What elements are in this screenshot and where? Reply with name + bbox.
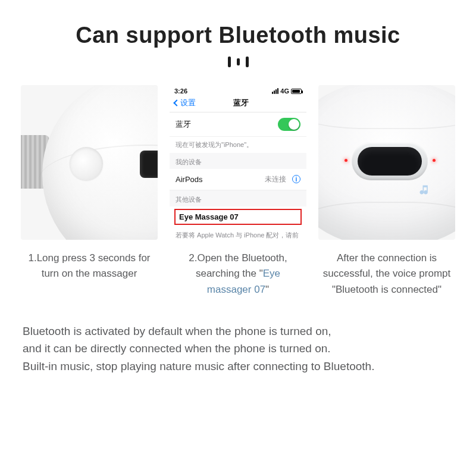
footer-line: Built-in music, stop playing nature musi… [23, 360, 374, 372]
step-1: 1.Long press 3 seconds for turn on the m… [21, 85, 158, 298]
device-side-image [21, 85, 158, 240]
status-bar: 3:26 4G [170, 85, 306, 96]
step-2: 3:26 4G 设置 蓝牙 蓝牙 [170, 85, 306, 298]
carrier-label: 4G [280, 87, 289, 95]
device-front-image [318, 85, 455, 240]
decorative-dots [19, 57, 457, 70]
toggle-on-icon [278, 118, 300, 131]
caption-line: successful, the voice prompt [323, 268, 450, 279]
footer-line: and it can be directly connected when th… [23, 342, 331, 355]
lens-window [140, 151, 158, 178]
caption-line: "Bluetooth is connected" [332, 284, 441, 295]
step-2-caption: 2.Open the Bluetooth, searching the "Eye… [170, 250, 306, 298]
status-text: 未连接 [265, 175, 286, 183]
device-status: 未连接 i [265, 174, 300, 184]
other-devices-header: 其他设备 [170, 190, 306, 206]
led-indicator [345, 159, 347, 162]
my-devices-header: 我的设备 [170, 153, 306, 169]
note-text: 若要将 Apple Watch 与 iPhone 配对，请前往 [176, 231, 299, 240]
step-3: After the connection is successful, the … [318, 85, 455, 298]
caption-line: " [265, 284, 269, 295]
footer-line: Bluetooth is activated by default when t… [23, 325, 331, 337]
caption-line: turn on the massager [42, 268, 137, 279]
caption-line: 1.Long press 3 seconds for [28, 252, 150, 264]
power-button [70, 147, 103, 180]
phone-screenshot: 3:26 4G 设置 蓝牙 蓝牙 [170, 85, 306, 240]
battery-icon [291, 89, 302, 94]
seam-line [318, 202, 455, 240]
step-3-caption: After the connection is successful, the … [318, 250, 455, 298]
signal-icon [272, 88, 278, 94]
status-right: 4G [272, 87, 302, 95]
info-icon: i [292, 175, 300, 183]
footer-text: Bluetooth is activated by default when t… [19, 322, 457, 375]
seam-line [318, 93, 455, 129]
step-1-caption: 1.Long press 3 seconds for turn on the m… [21, 250, 158, 282]
product-info-page: Can support Bluetooth music 1.Long press… [0, 0, 476, 375]
apple-watch-note: 若要将 Apple Watch 与 iPhone 配对，请前往 Apple Wa… [170, 227, 306, 240]
step-row: 1.Long press 3 seconds for turn on the m… [19, 85, 457, 298]
airpods-row: AirPods 未连接 i [170, 169, 306, 190]
bluetooth-label: 蓝牙 [176, 119, 191, 130]
display-screen [358, 147, 422, 176]
device-name: AirPods [176, 175, 203, 184]
discoverable-note: 现在可被发现为"iPhone"。 [170, 137, 306, 153]
caption-highlight: massager 07 [207, 284, 265, 295]
nav-title: 蓝牙 [179, 98, 303, 108]
caption-highlight: Eye [263, 268, 280, 279]
nav-bar: 设置 蓝牙 [170, 96, 306, 112]
page-title: Can support Bluetooth music [19, 23, 457, 48]
ios-settings: 3:26 4G 设置 蓝牙 蓝牙 [170, 85, 306, 240]
caption-line: After the connection is [337, 252, 437, 264]
clock: 3:26 [174, 87, 187, 95]
music-note-icon [418, 183, 430, 197]
caption-line: 2.Open the Bluetooth, [189, 252, 287, 264]
led-indicator [433, 159, 436, 162]
caption-line: searching the " [196, 268, 263, 279]
highlighted-device: Eye Massage 07 [174, 209, 302, 225]
bluetooth-toggle-row: 蓝牙 [170, 112, 306, 137]
